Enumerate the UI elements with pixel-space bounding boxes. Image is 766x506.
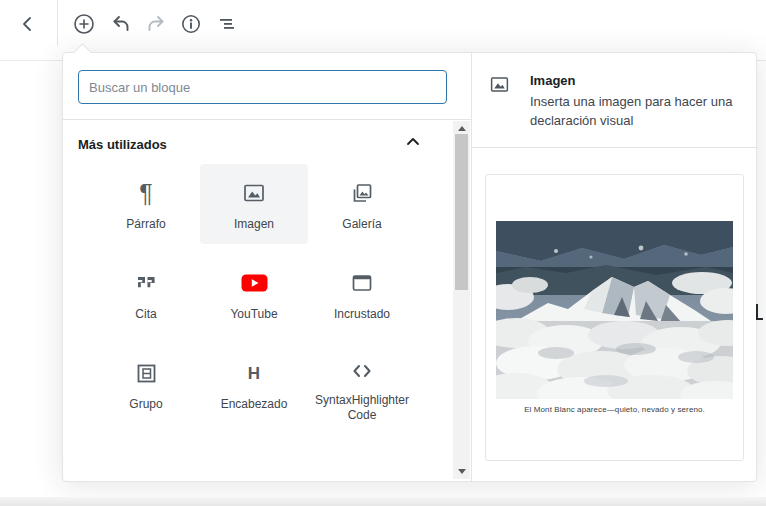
heading-icon: H (248, 358, 260, 388)
obscured-content-fragment (756, 304, 763, 320)
toolbar-divider (57, 0, 58, 46)
block-item-cita[interactable]: Cita (92, 254, 200, 334)
block-item-syntaxhighlighter[interactable]: SyntaxHighlighter Code (308, 344, 416, 424)
group-icon (135, 358, 158, 388)
block-label: Imagen (234, 217, 274, 232)
scrollbar-down-arrow[interactable] (453, 464, 470, 479)
gallery-icon (350, 178, 374, 208)
block-inserter-popover: Más utilizados ¶ Párrafo Imagen Galerí (62, 52, 757, 482)
block-label: Galería (342, 217, 381, 232)
block-item-parrafo[interactable]: ¶ Párrafo (92, 164, 200, 244)
inserter-toggle-button[interactable] (67, 8, 101, 42)
preview-divider (472, 147, 756, 148)
search-section (63, 53, 471, 120)
mont-blanc-image (496, 221, 733, 399)
block-item-encabezado[interactable]: H Encabezado (200, 344, 308, 424)
block-item-grupo[interactable]: Grupo (92, 344, 200, 424)
preview-title: Imagen (530, 73, 736, 88)
block-item-incrustado[interactable]: Incrustado (308, 254, 416, 334)
redo-icon (145, 13, 167, 38)
most-used-section-header[interactable]: Más utilizados (63, 120, 471, 164)
preview-card: El Mont Blanc aparece—quieto, nevado y s… (485, 174, 744, 461)
block-label: Cita (135, 307, 156, 322)
block-preview-panel: Imagen Inserta una imagen para hacer una… (471, 53, 756, 481)
scrollbar-thumb[interactable] (455, 134, 468, 290)
info-icon (180, 13, 202, 38)
chevron-left-icon (18, 14, 38, 37)
page-bottom-edge (0, 497, 766, 506)
inserter-panel: Más utilizados ¶ Párrafo Imagen Galerí (63, 53, 471, 481)
block-label: Grupo (129, 397, 162, 412)
block-item-galeria[interactable]: Galería (308, 164, 416, 244)
embed-icon (350, 268, 374, 298)
preview-caption: El Mont Blanc aparece—quieto, nevado y s… (486, 405, 743, 414)
block-item-youtube[interactable]: YouTube (200, 254, 308, 334)
paragraph-icon: ¶ (139, 178, 152, 208)
block-grid: ¶ Párrafo Imagen Galería (92, 164, 416, 424)
chevron-up-icon (405, 134, 421, 154)
block-label: Encabezado (221, 397, 288, 412)
block-search-input[interactable] (78, 70, 447, 104)
code-icon (351, 358, 373, 384)
outline-button[interactable] (210, 8, 244, 42)
undo-icon (110, 13, 132, 38)
back-button[interactable] (11, 8, 45, 42)
section-title: Más utilizados (78, 137, 167, 152)
block-item-imagen[interactable]: Imagen (200, 164, 308, 244)
undo-button[interactable] (104, 8, 138, 42)
preview-header: Imagen Inserta una imagen para hacer una… (472, 53, 756, 131)
image-icon (242, 178, 266, 208)
scrollbar[interactable] (453, 121, 470, 479)
image-icon (489, 74, 510, 131)
block-label: YouTube (230, 307, 277, 322)
block-label: Incrustado (334, 307, 390, 322)
youtube-icon (241, 268, 268, 298)
content-structure-icon (216, 13, 238, 38)
quote-icon (135, 268, 157, 298)
block-label: Párrafo (126, 217, 165, 232)
redo-button[interactable] (139, 8, 173, 42)
plus-circle-icon (72, 12, 96, 39)
info-button[interactable] (174, 8, 208, 42)
preview-description: Inserta una imagen para hacer una declar… (530, 93, 736, 131)
block-label: SyntaxHighlighter Code (314, 393, 410, 423)
